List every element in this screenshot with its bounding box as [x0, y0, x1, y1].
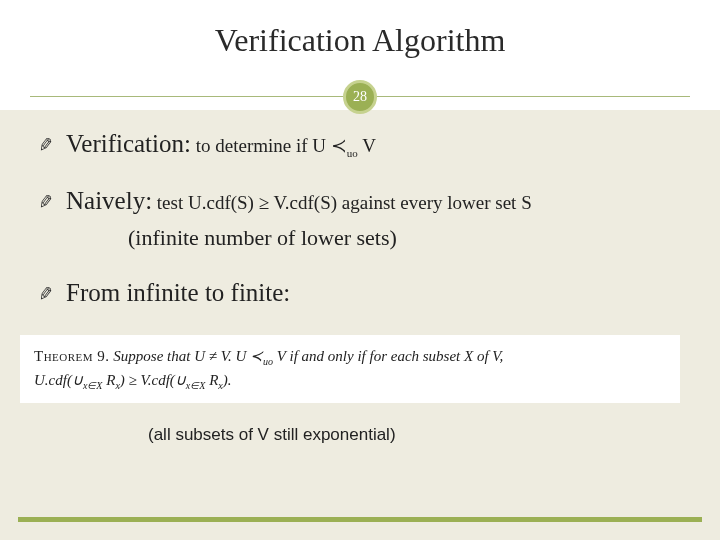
content-area: Verification: to determine if U ≺uo V Na…	[38, 130, 682, 510]
bullet-lead: From infinite to finite:	[66, 279, 290, 306]
bullet-lead: Verification:	[66, 130, 191, 157]
bullet-lead: Naively:	[66, 187, 152, 214]
note-exponential: (all subsets of V still exponential)	[148, 425, 682, 445]
theorem-label: Theorem 9.	[34, 348, 110, 364]
bullet-naively: Naively: test U.cdf(S) ≥ V.cdf(S) agains…	[38, 187, 682, 215]
footer-rule	[18, 517, 702, 522]
aside-infinite: (infinite number of lower sets)	[128, 225, 682, 251]
bullet-finite: From infinite to finite:	[38, 279, 682, 307]
theorem-line1: Theorem 9. Suppose that U ≠ V. U ≺uo V i…	[34, 345, 666, 369]
slide: Verification Algorithm 28 Verification: …	[0, 0, 720, 540]
theorem-box: Theorem 9. Suppose that U ≠ V. U ≺uo V i…	[20, 335, 680, 403]
page-number: 28	[353, 89, 367, 105]
slide-title: Verification Algorithm	[0, 22, 720, 59]
bullet-verification: Verification: to determine if U ≺uo V	[38, 130, 682, 159]
theorem-line2: U.cdf(∪x∈X Rx) ≥ V.cdf(∪x∈X Rx).	[34, 369, 666, 393]
page-badge: 28	[343, 80, 377, 114]
bullet-text: test U.cdf(S) ≥ V.cdf(S) against every l…	[152, 192, 532, 213]
bullet-text: to determine if U ≺uo V	[191, 135, 376, 156]
